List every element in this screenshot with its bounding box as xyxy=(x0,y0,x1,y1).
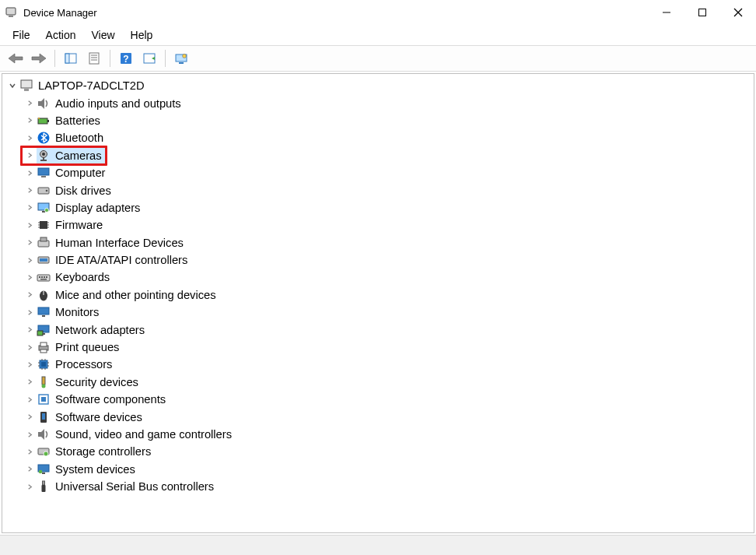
close-button[interactable] xyxy=(720,0,756,25)
chevron-right-icon[interactable] xyxy=(24,132,35,143)
root-node-label: LAPTOP-7ADCLT2D xyxy=(38,79,145,92)
category-label: Keyboards xyxy=(55,271,110,283)
category-label: Disk drives xyxy=(55,184,111,197)
tree-category[interactable]: Firmware xyxy=(24,216,754,234)
chevron-right-icon[interactable] xyxy=(24,394,35,405)
svg-rect-9 xyxy=(65,54,69,63)
window-title: Device Manager xyxy=(23,7,97,19)
svg-rect-19 xyxy=(179,62,184,64)
tree-category[interactable]: Software devices xyxy=(24,408,754,425)
menu-view[interactable]: View xyxy=(83,26,122,44)
category-label: Software components xyxy=(55,393,166,406)
chevron-right-icon[interactable] xyxy=(24,185,35,196)
minimize-button[interactable] xyxy=(649,0,684,25)
chevron-right-icon[interactable] xyxy=(24,272,35,283)
swcomp-icon xyxy=(37,392,51,406)
sound-icon xyxy=(37,427,51,441)
menu-file[interactable]: File xyxy=(5,26,38,44)
tree-category[interactable]: Print queues xyxy=(24,339,754,356)
tree-category[interactable]: Processors xyxy=(24,356,754,373)
tree-category[interactable]: Computer xyxy=(24,164,754,181)
chevron-right-icon[interactable] xyxy=(24,359,35,370)
svg-marker-7 xyxy=(32,54,46,63)
computer-icon xyxy=(19,79,33,93)
network-icon xyxy=(37,323,51,337)
system-icon xyxy=(37,462,51,476)
menu-action[interactable]: Action xyxy=(38,26,84,44)
tree-category[interactable]: Software components xyxy=(24,391,754,408)
forward-button[interactable] xyxy=(28,48,50,68)
device-tree[interactable]: LAPTOP-7ADCLT2D Audio inputs and outputs… xyxy=(2,73,754,533)
processor-icon xyxy=(37,357,51,371)
tree-category[interactable]: Audio inputs and outputs xyxy=(24,94,754,111)
help-button[interactable]: ? xyxy=(115,48,137,68)
chevron-right-icon[interactable] xyxy=(24,98,35,109)
chevron-right-icon[interactable] xyxy=(24,342,35,353)
chevron-right-icon[interactable] xyxy=(24,481,35,492)
chevron-right-icon[interactable] xyxy=(24,307,35,318)
chevron-right-icon[interactable] xyxy=(24,446,35,457)
tree-category[interactable]: Batteries xyxy=(24,112,754,129)
chevron-right-icon[interactable] xyxy=(24,412,35,423)
tree-category[interactable]: Mice and other pointing devices xyxy=(24,286,754,304)
tree-category[interactable]: Display adapters xyxy=(24,199,754,216)
chevron-right-icon[interactable] xyxy=(24,429,35,440)
properties-button[interactable] xyxy=(83,48,105,68)
chevron-right-icon[interactable] xyxy=(24,167,35,178)
computer-icon xyxy=(37,166,51,180)
security-icon xyxy=(37,375,51,389)
back-button[interactable] xyxy=(5,48,26,68)
tree-category[interactable]: Sound, video and game controllers xyxy=(24,426,754,443)
category-label: Sound, video and game controllers xyxy=(55,428,232,441)
category-label: Universal Serial Bus controllers xyxy=(55,480,214,493)
scan-hardware-button[interactable] xyxy=(138,48,160,68)
swdev-icon xyxy=(37,410,51,424)
show-hide-tree-button[interactable] xyxy=(60,48,82,68)
menu-help[interactable]: Help xyxy=(123,26,161,44)
category-label: Display adapters xyxy=(55,202,140,214)
category-label: Print queues xyxy=(55,341,119,353)
chevron-right-icon[interactable] xyxy=(24,115,35,126)
device-manager-app-icon xyxy=(5,6,17,19)
chevron-right-icon[interactable] xyxy=(24,290,35,300)
chevron-right-icon[interactable] xyxy=(24,464,35,475)
tree-category[interactable]: Cameras xyxy=(24,147,754,164)
tree-category[interactable]: Human Interface Devices xyxy=(24,234,754,251)
chevron-right-icon[interactable] xyxy=(24,255,35,265)
printer-icon xyxy=(37,340,51,354)
chevron-right-icon[interactable] xyxy=(24,202,35,213)
tree-category[interactable]: System devices xyxy=(24,461,754,478)
svg-marker-6 xyxy=(9,54,23,63)
chevron-right-icon[interactable] xyxy=(24,377,35,388)
tree-root-node[interactable]: LAPTOP-7ADCLT2D xyxy=(7,77,754,94)
category-label: Network adapters xyxy=(55,324,145,336)
category-label: Storage controllers xyxy=(55,445,151,458)
category-label: Monitors xyxy=(55,306,99,318)
chevron-right-icon[interactable] xyxy=(24,150,35,161)
svg-rect-10 xyxy=(89,53,99,64)
ide-icon xyxy=(37,253,51,267)
titlebar: Device Manager xyxy=(0,0,756,25)
chevron-right-icon[interactable] xyxy=(24,325,35,335)
tree-category[interactable]: Security devices xyxy=(24,374,754,391)
tree-category[interactable]: Keyboards xyxy=(24,269,754,286)
toolbar-separator xyxy=(54,50,55,67)
category-label: Mice and other pointing devices xyxy=(55,289,216,301)
tree-category[interactable]: Monitors xyxy=(24,304,754,321)
tree-category[interactable]: Bluetooth xyxy=(24,129,754,146)
chevron-right-icon[interactable] xyxy=(24,220,35,230)
tree-category[interactable]: Storage controllers xyxy=(24,443,754,460)
category-label: Software devices xyxy=(55,411,142,423)
statusbar xyxy=(0,535,756,555)
maximize-button[interactable] xyxy=(684,0,720,25)
tree-category[interactable]: Universal Serial Bus controllers xyxy=(24,478,754,495)
chevron-down-icon[interactable] xyxy=(7,80,18,91)
tree-category[interactable]: IDE ATA/ATAPI controllers xyxy=(24,251,754,269)
tree-category[interactable]: Network adapters xyxy=(24,321,754,338)
window-controls xyxy=(649,0,756,25)
svg-rect-3 xyxy=(699,9,706,16)
svg-point-20 xyxy=(183,54,187,58)
add-legacy-hardware-button[interactable] xyxy=(170,48,192,68)
chevron-right-icon[interactable] xyxy=(24,237,35,248)
tree-category[interactable]: Disk drives xyxy=(24,181,754,198)
